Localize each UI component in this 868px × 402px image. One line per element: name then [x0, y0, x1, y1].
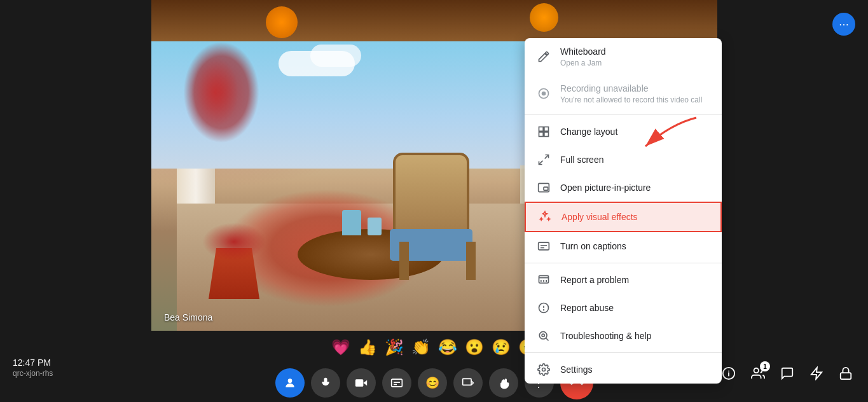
svg-point-1 — [542, 92, 546, 95]
mic-button[interactable] — [311, 368, 340, 398]
pip-label: Open picture-in-picture — [560, 182, 651, 193]
whiteboard-sublabel: Open a Jam — [560, 59, 606, 67]
troubleshooting-label: Troubleshooting & help — [560, 330, 651, 342]
emoji-sad[interactable]: 😢 — [492, 338, 511, 356]
change-layout-icon — [537, 125, 550, 138]
menu-item-captions[interactable]: Turn on captions — [525, 232, 722, 260]
captions-label: Turn on captions — [560, 240, 626, 252]
svg-point-26 — [287, 378, 292, 383]
report-problem-label: Report a problem — [560, 274, 629, 286]
call-id: qrc-xjon-rhs — [13, 369, 53, 378]
right-panel — [717, 0, 868, 331]
svg-rect-40 — [841, 373, 851, 379]
menu-item-settings[interactable]: Settings — [525, 356, 722, 384]
menu-item-change-layout[interactable]: Change layout — [525, 118, 722, 146]
divider-1 — [525, 114, 722, 115]
emoji-thumbsup[interactable]: 👍 — [358, 338, 377, 356]
menu-item-fullscreen[interactable]: Full screen — [525, 146, 722, 174]
menu-item-report-problem[interactable]: Report a problem — [525, 266, 722, 294]
svg-point-38 — [754, 368, 759, 373]
emoji-button[interactable]: 😊 — [418, 368, 447, 398]
people-button[interactable] — [275, 368, 305, 398]
chat-button[interactable] — [778, 364, 797, 383]
captions-button[interactable] — [382, 368, 411, 398]
report-abuse-label: Report abuse — [560, 302, 614, 314]
call-time: 12:47 PM — [13, 357, 53, 368]
context-menu: Whiteboard Open a Jam Recording unavaila… — [525, 38, 722, 384]
participant-name: Bea Simona — [164, 312, 212, 322]
emoji-surprised[interactable]: 😮 — [465, 338, 484, 356]
activities-button[interactable] — [807, 364, 826, 383]
recording-sublabel: You're not allowed to record this video … — [560, 95, 702, 104]
present-button[interactable] — [453, 368, 483, 398]
svg-rect-3 — [544, 127, 549, 132]
menu-item-troubleshooting[interactable]: Troubleshooting & help — [525, 322, 722, 350]
fullscreen-label: Full screen — [560, 154, 603, 165]
settings-icon — [537, 363, 550, 376]
top-more-button[interactable]: ⋯ — [832, 13, 855, 36]
svg-rect-30 — [355, 379, 363, 387]
svg-rect-5 — [544, 132, 549, 137]
info-button[interactable] — [719, 364, 738, 383]
emoji-heart[interactable]: 💗 — [331, 338, 350, 356]
bottom-right-icons: 1 — [719, 364, 855, 383]
emoji-laugh[interactable]: 😂 — [438, 338, 457, 356]
svg-point-20 — [544, 310, 544, 310]
svg-point-21 — [539, 332, 547, 340]
bottom-left-info: 12:47 PM qrc-xjon-rhs — [13, 357, 53, 378]
people-count-button[interactable]: 1 — [748, 364, 768, 383]
visual-effects-icon — [539, 211, 551, 223]
pip-icon — [537, 181, 550, 194]
recording-icon — [537, 87, 550, 100]
menu-item-visual-effects[interactable]: Apply visual effects — [525, 202, 722, 232]
svg-point-24 — [542, 368, 546, 371]
svg-line-22 — [546, 338, 549, 341]
fullscreen-icon — [537, 153, 550, 166]
camera-button[interactable] — [347, 368, 376, 398]
menu-item-pip[interactable]: Open picture-in-picture — [525, 174, 722, 202]
svg-rect-2 — [539, 127, 544, 132]
change-layout-label: Change layout — [560, 126, 617, 137]
menu-item-whiteboard[interactable]: Whiteboard Open a Jam — [525, 38, 722, 75]
svg-rect-9 — [544, 188, 548, 191]
svg-line-7 — [539, 161, 543, 165]
raise-hand-button[interactable] — [489, 368, 518, 398]
people-count-badge: 1 — [760, 361, 770, 371]
svg-rect-4 — [539, 132, 544, 137]
menu-item-recording: Recording unavailable You're not allowed… — [525, 75, 722, 112]
lock-button[interactable] — [836, 364, 855, 383]
emoji-celebrate[interactable]: 🎉 — [385, 338, 404, 356]
svg-line-6 — [545, 155, 549, 159]
captions-icon — [537, 240, 550, 253]
recording-label: Recording unavailable — [560, 83, 702, 94]
troubleshooting-icon — [537, 329, 550, 342]
whiteboard-icon — [537, 50, 550, 63]
settings-label: Settings — [560, 364, 593, 375]
visual-effects-label: Apply visual effects — [561, 211, 638, 223]
whiteboard-label: Whiteboard — [560, 46, 606, 57]
emoji-row: 💗 👍 🎉 👏 😂 😮 😢 😠 — [0, 331, 868, 361]
svg-rect-34 — [462, 378, 471, 385]
report-problem-icon — [537, 274, 550, 286]
divider-2 — [525, 263, 722, 263]
svg-point-23 — [542, 334, 544, 336]
menu-item-report-abuse[interactable]: Report abuse — [525, 294, 722, 322]
report-abuse-icon — [537, 302, 550, 314]
emoji-clap[interactable]: 👏 — [411, 338, 431, 356]
divider-3 — [525, 352, 722, 353]
svg-marker-39 — [811, 368, 822, 379]
left-panel — [0, 0, 151, 331]
